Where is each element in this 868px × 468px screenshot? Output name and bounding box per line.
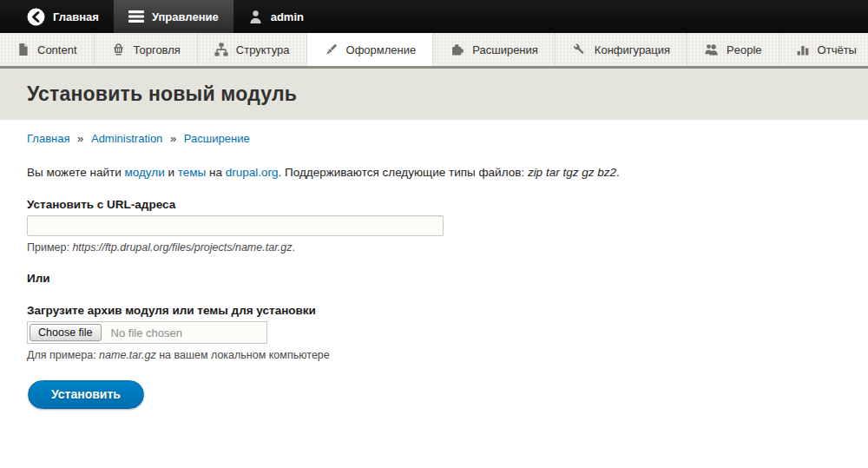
tab-label: Content <box>37 43 77 56</box>
choose-file-button[interactable]: Choose file <box>30 324 102 341</box>
tab-label: Расширения <box>472 43 538 56</box>
intro-text: Вы можете найти модули и темы на drupal.… <box>27 166 841 179</box>
tab-commerce[interactable]: Торговля <box>95 33 198 66</box>
tab-label: People <box>727 43 761 56</box>
file-example-text: name.tar.gz <box>99 349 156 361</box>
topbar-manage-label: Управление <box>152 10 219 23</box>
upload-field-label: Загрузите архив модуля или темы для уста… <box>27 304 841 317</box>
page-content: Главная » Administration » Расширение Вы… <box>0 132 868 409</box>
tab-configuration[interactable]: Конфигурация <box>556 33 687 66</box>
intro-segment: . <box>616 166 620 179</box>
intro-segment: на <box>206 166 225 179</box>
url-example-text: https://ftp.drupal.org/files/projects/na… <box>72 241 292 254</box>
menu-icon <box>128 10 144 23</box>
install-button[interactable]: Установить <box>28 380 144 409</box>
tab-label: Торговля <box>134 43 181 56</box>
intro-segment: . Поддерживаются следующие типы файлов: <box>279 166 528 179</box>
url-input[interactable] <box>27 215 444 236</box>
description-segment: Пример: <box>27 241 72 254</box>
tab-content[interactable]: Content <box>0 33 95 66</box>
page-title: Установить новый модуль <box>27 82 297 106</box>
topbar-user-label: admin <box>271 10 304 23</box>
puzzle-icon <box>450 43 464 56</box>
tab-people[interactable]: People <box>687 33 779 66</box>
file-status-text: No file chosen <box>111 326 182 339</box>
breadcrumb-extend-link[interactable]: Расширение <box>184 132 250 145</box>
topbar-home-button[interactable]: Главная <box>0 0 114 33</box>
breadcrumb-separator: » <box>77 132 83 145</box>
description-segment: Для примера: <box>27 349 99 361</box>
tab-label: Конфигурация <box>595 43 670 56</box>
file-types-text: zip tar tgz gz bz2 <box>528 166 616 179</box>
document-icon <box>16 43 30 56</box>
upload-field-description: Для примера: name.tar.gz на вашем локаль… <box>27 349 841 361</box>
barchart-icon <box>796 43 810 56</box>
page-header: Установить новый модуль <box>0 69 868 120</box>
admin-topbar: Главная Управление admin <box>0 0 868 33</box>
tab-extend[interactable]: Расширения <box>433 33 556 66</box>
url-field-group: Установить с URL-адреса Пример: https://… <box>27 198 841 254</box>
topbar-home-label: Главная <box>53 10 99 23</box>
url-field-description: Пример: https://ftp.drupal.org/files/pro… <box>27 241 841 254</box>
themes-link[interactable]: темы <box>178 166 207 179</box>
tab-label: Структура <box>236 43 290 56</box>
breadcrumb-separator: » <box>170 132 176 145</box>
back-circle-icon <box>27 8 45 26</box>
tab-label: Отчёты <box>818 43 857 56</box>
cart-icon <box>111 43 126 56</box>
url-field-label: Установить с URL-адреса <box>27 198 841 211</box>
drupal-admin-screen: Главная Управление admin Content Т <box>0 0 868 468</box>
file-input[interactable]: Choose file No file chosen <box>27 321 267 344</box>
intro-segment: и <box>165 166 178 179</box>
description-segment: на вашем локальном компьютере <box>156 349 330 361</box>
breadcrumb-administration-link[interactable]: Administration <box>91 132 162 145</box>
people-icon <box>704 43 719 56</box>
user-icon <box>248 10 263 24</box>
breadcrumb-home-link[interactable]: Главная <box>27 132 69 145</box>
paintbrush-icon <box>324 43 339 56</box>
modules-link[interactable]: модули <box>124 166 164 179</box>
tab-label: Оформление <box>346 43 417 56</box>
breadcrumb: Главная » Administration » Расширение <box>27 132 841 145</box>
intro-segment: Вы можете найти <box>27 166 124 179</box>
tab-reports[interactable]: Отчёты <box>779 33 868 66</box>
sitemap-icon <box>214 43 228 56</box>
upload-field-group: Загрузите архив модуля или темы для уста… <box>27 304 841 361</box>
description-segment: . <box>293 241 295 254</box>
topbar-manage-button[interactable]: Управление <box>114 0 233 33</box>
wrench-icon <box>572 43 587 56</box>
or-label: Или <box>27 272 841 285</box>
tab-appearance[interactable]: Оформление <box>307 33 434 66</box>
drupal-org-link[interactable]: drupal.org <box>226 166 279 179</box>
admin-toolbar: Content Торговля Структура Оформление Ра… <box>0 33 868 69</box>
tab-structure[interactable]: Структура <box>198 33 307 66</box>
topbar-user-button[interactable]: admin <box>233 0 319 33</box>
